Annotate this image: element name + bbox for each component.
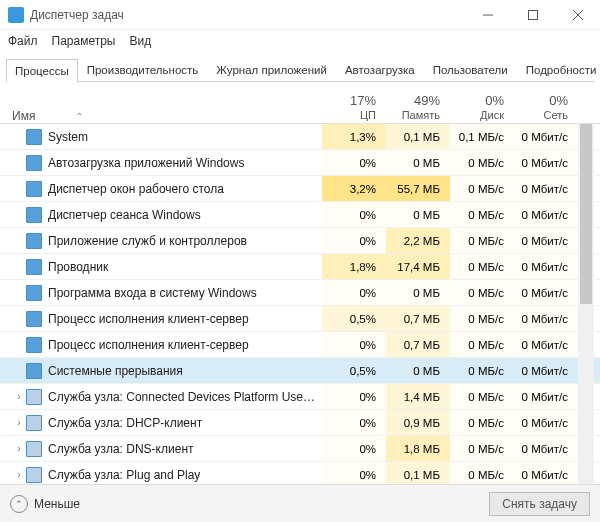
network-label: Сеть [514, 109, 568, 123]
process-list[interactable]: System1,3%0,1 МБ0,1 МБ/с0 Мбит/сАвтозагр… [0, 124, 600, 484]
fewer-details-button[interactable]: ⌃ Меньше [10, 495, 80, 513]
cpu-cell: 0% [322, 410, 386, 435]
cpu-cell: 0,5% [322, 306, 386, 331]
expand-icon[interactable]: › [12, 391, 26, 402]
process-icon [26, 467, 42, 483]
tab-users[interactable]: Пользователи [424, 58, 517, 81]
process-icon [26, 259, 42, 275]
menu-view[interactable]: Вид [129, 34, 151, 48]
disk-cell: 0 МБ/с [450, 176, 514, 201]
minimize-button[interactable] [465, 0, 510, 30]
process-row[interactable]: Диспетчер окон рабочего стола3,2%55,7 МБ… [0, 176, 600, 202]
cpu-cell: 0% [322, 332, 386, 357]
process-row[interactable]: ›Служба узла: DHCP-клиент0%0,9 МБ0 МБ/с0… [0, 410, 600, 436]
cpu-cell: 0% [322, 228, 386, 253]
scrollbar-thumb[interactable] [580, 124, 592, 304]
column-name-label: Имя [12, 109, 35, 123]
expand-icon[interactable]: › [12, 417, 26, 428]
tab-startup[interactable]: Автозагрузка [336, 58, 424, 81]
process-icon [26, 415, 42, 431]
disk-cell: 0,1 МБ/с [450, 124, 514, 149]
tab-apphistory[interactable]: Журнал приложений [207, 58, 336, 81]
tab-performance[interactable]: Производительность [78, 58, 208, 81]
cpu-cell: 0% [322, 436, 386, 461]
svg-rect-1 [528, 10, 537, 19]
network-cell: 0 Мбит/с [514, 306, 578, 331]
process-row[interactable]: Процесс исполнения клиент-сервер0%0,7 МБ… [0, 332, 600, 358]
column-name[interactable]: Имя ⌃ [12, 109, 322, 123]
process-row[interactable]: Системные прерывания0,5%0 МБ0 МБ/с0 Мбит… [0, 358, 600, 384]
tab-details[interactable]: Подробности [517, 58, 600, 81]
process-icon [26, 311, 42, 327]
column-cpu[interactable]: 17% ЦП [322, 93, 386, 123]
cpu-cell: 0% [322, 462, 386, 484]
memory-cell: 0 МБ [386, 280, 450, 305]
process-name: Служба узла: DNS-клиент [48, 442, 322, 456]
memory-cell: 55,7 МБ [386, 176, 450, 201]
close-button[interactable] [555, 0, 600, 30]
cpu-cell: 0% [322, 150, 386, 175]
fewer-details-label: Меньше [34, 497, 80, 511]
network-cell: 0 Мбит/с [514, 436, 578, 461]
process-name: Служба узла: DHCP-клиент [48, 416, 322, 430]
memory-cell: 0 МБ [386, 202, 450, 227]
process-row[interactable]: ›Служба узла: Connected Devices Platform… [0, 384, 600, 410]
process-row[interactable]: Автозагрузка приложений Windows0%0 МБ0 М… [0, 150, 600, 176]
memory-label: Память [386, 109, 440, 123]
process-row[interactable]: Проводник1,8%17,4 МБ0 МБ/с0 Мбит/с [0, 254, 600, 280]
process-icon [26, 337, 42, 353]
process-row[interactable]: Приложение служб и контроллеров0%2,2 МБ0… [0, 228, 600, 254]
column-network[interactable]: 0% Сеть [514, 93, 578, 123]
process-row[interactable]: Диспетчер сеанса Windows0%0 МБ0 МБ/с0 Мб… [0, 202, 600, 228]
memory-usage-total: 49% [386, 93, 440, 109]
disk-cell: 0 МБ/с [450, 228, 514, 253]
process-icon [26, 441, 42, 457]
cpu-usage-total: 17% [322, 93, 376, 109]
process-icon [26, 129, 42, 145]
process-icon [26, 285, 42, 301]
network-cell: 0 Мбит/с [514, 228, 578, 253]
process-row[interactable]: Программа входа в систему Windows0%0 МБ0… [0, 280, 600, 306]
column-memory[interactable]: 49% Память [386, 93, 450, 123]
chevron-up-icon: ⌃ [10, 495, 28, 513]
process-icon [26, 363, 42, 379]
process-icon [26, 155, 42, 171]
disk-cell: 0 МБ/с [450, 410, 514, 435]
titlebar[interactable]: Диспетчер задач [0, 0, 600, 30]
cpu-cell: 0,5% [322, 358, 386, 383]
cpu-cell: 0% [322, 280, 386, 305]
process-icon [26, 207, 42, 223]
menu-file[interactable]: Файл [8, 34, 38, 48]
cpu-cell: 1,8% [322, 254, 386, 279]
process-icon [26, 181, 42, 197]
process-name: Процесс исполнения клиент-сервер [48, 338, 322, 352]
memory-cell: 17,4 МБ [386, 254, 450, 279]
column-disk[interactable]: 0% Диск [450, 93, 514, 123]
menu-options[interactable]: Параметры [52, 34, 116, 48]
process-row[interactable]: System1,3%0,1 МБ0,1 МБ/с0 Мбит/с [0, 124, 600, 150]
network-cell: 0 Мбит/с [514, 150, 578, 175]
disk-cell: 0 МБ/с [450, 462, 514, 484]
maximize-button[interactable] [510, 0, 555, 30]
network-usage-total: 0% [514, 93, 568, 109]
network-cell: 0 Мбит/с [514, 124, 578, 149]
memory-cell: 0,7 МБ [386, 332, 450, 357]
process-name: Программа входа в систему Windows [48, 286, 322, 300]
expand-icon[interactable]: › [12, 469, 26, 480]
process-row[interactable]: Процесс исполнения клиент-сервер0,5%0,7 … [0, 306, 600, 332]
memory-cell: 0 МБ [386, 358, 450, 383]
cpu-cell: 0% [322, 384, 386, 409]
disk-cell: 0 МБ/с [450, 254, 514, 279]
scrollbar[interactable] [578, 124, 594, 484]
network-cell: 0 Мбит/с [514, 410, 578, 435]
end-task-button[interactable]: Снять задачу [489, 492, 590, 516]
cpu-cell: 1,3% [322, 124, 386, 149]
expand-icon[interactable]: › [12, 443, 26, 454]
footer: ⌃ Меньше Снять задачу [0, 484, 600, 522]
process-name: Проводник [48, 260, 322, 274]
tab-processes[interactable]: Процессы [6, 59, 78, 82]
memory-cell: 0,1 МБ [386, 124, 450, 149]
memory-cell: 0,1 МБ [386, 462, 450, 484]
process-row[interactable]: ›Служба узла: Plug and Play0%0,1 МБ0 МБ/… [0, 462, 600, 484]
process-row[interactable]: ›Служба узла: DNS-клиент0%1,8 МБ0 МБ/с0 … [0, 436, 600, 462]
